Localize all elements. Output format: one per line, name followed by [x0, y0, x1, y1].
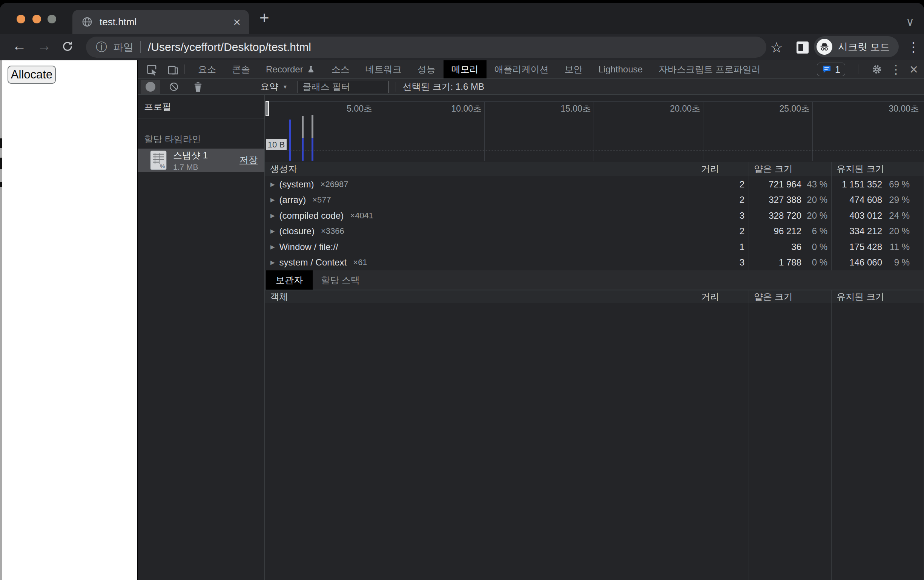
retainers-table-empty [265, 303, 924, 580]
retained-value: 1 151 352 [842, 179, 882, 189]
issues-count: 1 [835, 64, 840, 75]
tab-network[interactable]: 네트워크 [357, 60, 410, 78]
tab-application[interactable]: 애플리케이션 [486, 60, 557, 78]
tab-close-icon[interactable]: × [233, 15, 240, 28]
shallow-value: 327 388 [769, 194, 801, 205]
toolbar-divider [184, 64, 185, 74]
record-heap-button[interactable] [141, 80, 160, 94]
tab-console[interactable]: 콘솔 [224, 60, 258, 78]
reload-button[interactable] [61, 40, 74, 53]
edge-mark [0, 138, 2, 148]
save-snapshot-link[interactable]: 저장 [239, 154, 258, 166]
allocation-bar-blue [311, 138, 313, 161]
tab-memory[interactable]: 메모리 [443, 60, 486, 78]
table-row[interactable]: ▶system / Context×61 3 1 7880 % 146 0609… [265, 255, 924, 271]
browser-tab[interactable]: test.html × [72, 10, 249, 34]
shallow-value: 96 212 [774, 226, 801, 236]
back-button[interactable]: ← [12, 38, 26, 53]
col-distance[interactable]: 거리 [696, 291, 749, 303]
allocation-bar-blue [289, 120, 291, 161]
col-retained-size[interactable]: 유지된 크기 [832, 291, 924, 303]
settings-gear-icon[interactable] [871, 64, 883, 75]
allocate-button[interactable]: Allocate [8, 66, 56, 84]
tab-search-chevron-icon[interactable]: ∨ [906, 15, 914, 28]
constructor-name: (array) [280, 194, 306, 205]
shallow-pct: 20 % [801, 194, 832, 205]
new-tab-button[interactable]: + [259, 8, 269, 27]
tab-elements[interactable]: 요소 [190, 60, 224, 78]
bookmark-star-icon[interactable]: ☆ [770, 39, 783, 56]
tab-recorder[interactable]: Recorder [258, 60, 324, 78]
distance-value: 2 [696, 194, 749, 205]
table-row[interactable]: ▶(system)×26987 2 721 96443 % 1 151 3526… [265, 176, 924, 192]
devtools-tab-bar: 요소 콘솔 Recorder 소스 네트워크 성능 메모리 애플리케이션 보안 … [138, 60, 924, 79]
window-zoom-button[interactable] [48, 15, 56, 23]
shallow-value: 328 720 [769, 211, 801, 221]
forward-button[interactable]: → [37, 38, 51, 53]
col-shallow-size[interactable]: 얕은 크기 [749, 291, 832, 303]
shallow-pct: 43 % [801, 179, 832, 189]
toolbar-divider [186, 82, 186, 92]
snapshot-item[interactable]: % 스냅샷 1 1.7 MB 저장 [138, 148, 264, 172]
expand-triangle-icon[interactable]: ▶ [270, 181, 275, 188]
tab-js-profiler[interactable]: 자바스크립트 프로파일러 [651, 60, 769, 78]
allocation-bar-gray [302, 116, 304, 138]
address-bar[interactable]: ⓘ 파일 /Users/yceffort/Desktop/test.html [86, 36, 766, 58]
devtools-menu-icon[interactable]: ⋮ [890, 63, 902, 76]
expand-triangle-icon[interactable]: ▶ [270, 212, 275, 219]
devtools-close-icon[interactable]: × [910, 62, 918, 77]
time-tick: 15.00초 [560, 103, 594, 115]
globe-favicon-icon [81, 16, 93, 28]
issues-button[interactable]: 1 [817, 63, 845, 76]
table-row[interactable]: ▶(array)×577 2 327 38820 % 474 60829 % [265, 192, 924, 208]
col-object[interactable]: 객체 [265, 291, 696, 303]
issues-bubble-icon [822, 64, 832, 74]
tab-security[interactable]: 보안 [557, 60, 591, 78]
perspective-select[interactable]: 요약 ▼ [260, 81, 288, 93]
expand-triangle-icon[interactable]: ▶ [270, 196, 275, 203]
shallow-value: 36 [791, 242, 801, 252]
browser-menu-icon[interactable]: ⋮ [907, 39, 920, 55]
col-retained-size[interactable]: 유지된 크기 [832, 163, 924, 175]
table-row[interactable]: ▶Window / file:// 1 360 % 175 42811 % [265, 239, 924, 255]
constructor-name: system / Context [280, 257, 347, 268]
tab-title: test.html [100, 16, 137, 28]
table-row[interactable]: ▶(closure)×3366 2 96 2126 % 334 21220 % [265, 224, 924, 239]
svg-text:%: % [160, 163, 165, 169]
omnibox-divider [140, 41, 141, 53]
ruler-line [265, 101, 924, 102]
distance-value: 3 [696, 257, 749, 268]
device-toolbar-icon[interactable] [167, 63, 179, 76]
window-minimize-button[interactable] [33, 15, 41, 23]
url-text: /Users/yceffort/Desktop/test.html [148, 41, 311, 54]
allocation-bar-blue [302, 138, 304, 161]
class-filter-input[interactable] [298, 81, 389, 93]
side-panel-icon[interactable] [797, 41, 809, 54]
inspect-element-icon[interactable] [146, 63, 158, 76]
tab-allocation-stack[interactable]: 할당 스택 [313, 270, 368, 290]
shallow-value: 721 964 [769, 179, 801, 189]
clear-profiles-icon[interactable] [169, 81, 179, 92]
expand-triangle-icon[interactable]: ▶ [270, 259, 275, 266]
tab-retainers[interactable]: 보관자 [266, 270, 313, 290]
tab-performance[interactable]: 성능 [410, 60, 443, 78]
table-row[interactable]: ▶(compiled code)×4041 3 328 72020 % 403 … [265, 208, 924, 224]
timeline-selection-handle[interactable] [265, 101, 269, 116]
record-icon [146, 82, 155, 92]
col-distance[interactable]: 거리 [696, 163, 749, 175]
shallow-pct: 20 % [801, 211, 832, 221]
expand-triangle-icon[interactable]: ▶ [270, 244, 275, 250]
allocation-timeline-chart[interactable]: 5.00초 10.00초 15.00초 20.00초 25.00초 30.00초… [265, 95, 924, 162]
col-constructor[interactable]: 생성자 [265, 163, 696, 175]
tab-sources[interactable]: 소스 [324, 60, 357, 78]
site-info-icon[interactable]: ⓘ [96, 40, 107, 55]
toolbar-divider [395, 82, 396, 92]
tab-lighthouse[interactable]: Lighthouse [591, 60, 651, 78]
window-close-button[interactable] [16, 15, 25, 23]
expand-triangle-icon[interactable]: ▶ [270, 228, 275, 234]
delete-profile-trash-icon[interactable] [193, 81, 203, 92]
distance-value: 3 [696, 211, 749, 221]
toolbar-divider [858, 64, 858, 74]
col-shallow-size[interactable]: 얕은 크기 [749, 163, 832, 175]
tab-strip: test.html × + ∨ [0, 3, 924, 34]
